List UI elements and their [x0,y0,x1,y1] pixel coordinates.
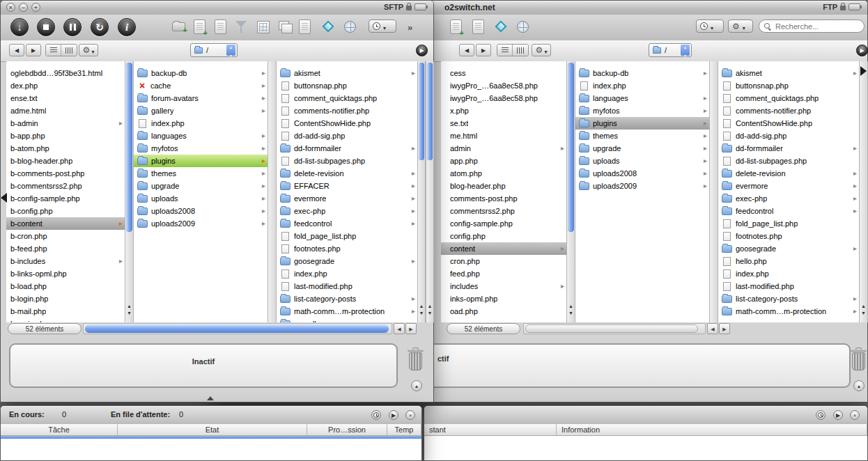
scroll-left-indicator[interactable] [1,193,7,203]
file-row[interactable]: EFFACER [277,180,417,192]
search-field[interactable] [759,19,865,33]
file-row[interactable]: languages [575,92,709,104]
file-row[interactable]: inks-opml.php [441,292,566,305]
column-scrollbar[interactable]: ▲▼ [125,61,134,322]
info-button[interactable]: i [118,18,136,36]
pause-button[interactable] [63,18,82,36]
file-row[interactable]: list-category-posts [277,292,417,305]
scrollbar-arrows[interactable]: ▲▼ [426,304,433,315]
list-view-button[interactable] [46,45,61,56]
queue-column-state[interactable]: Etat [118,424,307,435]
preview-button[interactable] [257,21,270,33]
file-row[interactable]: themes [575,130,709,142]
file-row[interactable]: uploads [575,155,709,167]
file-row[interactable]: commentsrss2.php [441,205,566,217]
scroll-right-indicator[interactable] [860,66,867,76]
file-row[interactable]: plugins [575,117,709,130]
file-row[interactable]: se.txt [441,117,566,130]
file-row[interactable]: comments-post.php [441,192,566,205]
queue-column-information[interactable]: Information [557,424,867,435]
file-row[interactable]: footnotes.php [277,242,417,255]
file-row[interactable]: comments-notifier.php [718,104,859,117]
file-row[interactable]: evermore [277,192,417,205]
file-row[interactable]: ense.txt [6,92,125,104]
forward-button[interactable]: ▶ [476,44,491,56]
history-button[interactable] [371,410,381,420]
file-row[interactable]: app.php [441,155,566,167]
file-row[interactable]: delete-revision [277,167,417,180]
new-file-button[interactable] [194,19,206,34]
column-view-button[interactable] [61,45,77,56]
file-row[interactable]: math-comm…m-protection [277,305,417,318]
file-row[interactable]: dex.php [6,79,125,92]
file-row[interactable]: feed.php [441,267,566,280]
file-row[interactable]: dd-add-sig.php [718,130,859,142]
scroll-left-button[interactable]: ◀ [707,323,718,334]
file-row[interactable]: hello.php [718,255,859,267]
scrollbar-arrows[interactable]: ▲▼ [567,304,575,315]
file-row[interactable]: config.php [441,230,566,242]
path-stepper[interactable] [681,45,690,56]
back-button[interactable]: ◀ [9,44,24,56]
file-row[interactable]: themes [134,167,268,180]
trash-icon[interactable] [851,347,867,370]
history-dropdown[interactable] [696,19,724,33]
file-row[interactable]: oglebdbdd…95f3be31.html [6,67,125,79]
file-row[interactable]: cron.php [441,255,566,267]
network-button[interactable] [344,21,356,33]
eject-button[interactable]: ▲ [853,380,865,391]
column-scrollbar[interactable]: ▲▼ [417,61,426,322]
file-row[interactable]: plugins [134,155,268,167]
file-row[interactable]: b-atom.php [6,142,125,155]
file-row[interactable]: b-blog-header.php [6,155,125,167]
scrollbar-thumb[interactable] [419,63,424,160]
refresh-button[interactable]: ↻ [91,18,109,36]
file-row[interactable]: footnotes.php [718,230,859,242]
file-row[interactable]: atom.php [441,167,566,180]
file-row[interactable]: content [441,242,566,255]
scroll-right-button[interactable]: ▶ [719,323,730,334]
file-row[interactable]: index.php [718,267,859,280]
file-row[interactable]: forum-avatars [134,92,268,104]
file-row[interactable]: cess [441,67,566,79]
file-row[interactable]: uploads2009 [134,217,268,230]
log-button[interactable] [299,19,311,34]
file-row[interactable]: exec-php [718,192,859,205]
close-button[interactable]: × [6,3,15,12]
file-row[interactable]: b-app.php [6,130,125,142]
actions-dropdown[interactable] [728,19,753,33]
file-row[interactable]: b-links-opml.php [6,267,125,280]
duplicate-button[interactable] [279,21,289,30]
window-scrollbar[interactable]: ▲▼ [426,61,434,322]
file-row[interactable]: uploads2009 [575,180,709,192]
path-select[interactable]: / [649,43,692,57]
file-row[interactable]: index.php [575,79,709,92]
file-row[interactable]: iwygPro_…6aa8ec58.php [441,92,566,104]
file-row[interactable]: b-mais.php [6,318,125,322]
file-row[interactable]: dd-list-subpages.php [718,155,859,167]
file-row[interactable]: b-comments-post.php [6,167,125,180]
queue-titlebar[interactable]: ▶ × [424,406,867,425]
column-scrollbar[interactable]: ▲▼ [566,61,575,322]
column-scrollbar[interactable] [268,61,277,322]
file-row[interactable]: ContentShowHide.php [718,117,859,130]
file-row[interactable]: goosegrade [718,242,859,255]
file-row[interactable]: gallery [134,104,268,117]
scrollbar-arrows[interactable]: ▲▼ [860,304,867,315]
queue-column-remaining[interactable]: stant [424,424,557,435]
file-row[interactable]: math-comm…m-protection [718,305,859,318]
file-row[interactable]: b-includes [6,255,125,267]
file-row[interactable]: config-sample.php [441,217,566,230]
back-button[interactable]: ◀ [459,44,474,56]
file-row[interactable]: akismet [277,67,417,79]
file-row[interactable]: me.html [441,130,566,142]
file-row[interactable]: buttonsnap.php [718,79,859,92]
file-row[interactable]: b-cron.php [6,230,125,242]
scrollbar-arrows[interactable]: ▲▼ [125,304,133,315]
file-row[interactable]: backup-db [134,67,268,79]
new-file-button[interactable] [472,19,484,34]
file-row[interactable]: blog-header.php [441,180,566,192]
gear-menu-button[interactable] [79,44,98,56]
horizontal-scrollbar[interactable] [83,323,392,334]
eject-button[interactable]: ▲ [411,380,422,391]
